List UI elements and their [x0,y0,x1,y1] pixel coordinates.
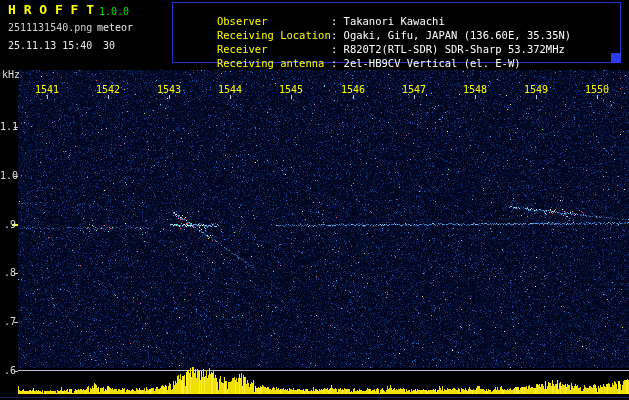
x-axis-label: 1547 [394,84,434,95]
y-axis-unit-label: kHz [2,69,20,80]
x-axis-label: 1546 [333,84,373,95]
y-axis-label: 1.1 [0,121,16,132]
info-value: : 2el-HB9CV Vertical (el. E-W) [331,57,521,69]
x-axis-label: 1550 [577,84,617,95]
x-axis-label: 1543 [149,84,189,95]
output-filename: 2511131540.png [8,22,92,33]
x-axis-label: 1549 [516,84,556,95]
y-axis-label: 1.0 [0,170,16,181]
blue-marker-square [611,53,621,63]
receiver-info-box: Observer: Takanori Kawachi Receiving Loc… [172,2,621,63]
timestamp-label: 25.11.13 15:40 [8,40,92,51]
info-row-antenna: Receiving antenna: 2el-HB9CV Vertical (e… [179,47,521,80]
y-axis-label: .6 [0,365,16,376]
x-axis-label: 1544 [210,84,250,95]
info-label: Receiving antenna [217,58,331,69]
mode-label: meteor [97,22,133,33]
app-title: H R O F F T [8,3,94,17]
x-axis-label: 1542 [88,84,128,95]
y-axis-label: .7 [0,316,16,327]
interval-label: 30 [103,40,115,51]
x-axis-label: 1541 [27,84,67,95]
y-axis-label: .9 [0,219,16,230]
hrofft-screenshot: H R O F F T 1.0.0 2511131540.png meteor … [0,0,629,400]
x-axis-label: 1548 [455,84,495,95]
app-version: 1.0.0 [99,6,129,17]
x-axis-label: 1545 [271,84,311,95]
y-axis-label: .8 [0,267,16,278]
